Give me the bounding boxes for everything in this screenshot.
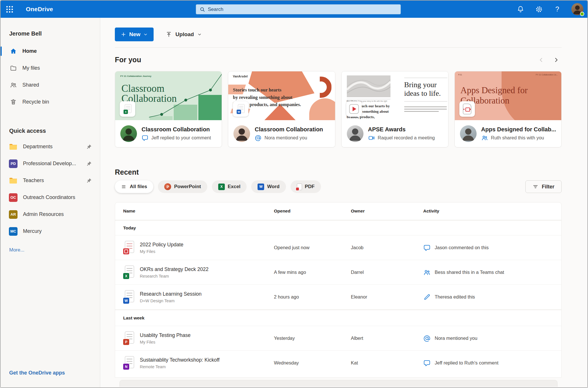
avatar [233,125,250,142]
sidebar-item-my-files[interactable]: My files [1,60,100,77]
search-icon [200,7,205,12]
group-badge: AR [9,210,18,219]
for-you-card-apse-awards[interactable]: Find Photos Bring your story to life wit… [341,71,448,147]
group-badge: OC [9,193,18,202]
quick-access-item-mercury[interactable]: MC Mercury [1,223,100,240]
bell-icon [517,5,524,13]
for-you-card-apps-designed-for-collaboration[interactable]: P.01 FY 21 Collaboration Jo... Apps Desi… [454,71,562,147]
folder-icon [9,143,18,151]
file-location: Research Team [140,274,208,278]
column-header-activity[interactable]: Activity [423,208,561,214]
next-section-partial [119,380,558,387]
gear-icon [535,5,543,13]
folder-icon [9,177,18,184]
presence-indicator [580,12,584,16]
get-onedrive-apps-link[interactable]: Get the OneDrive apps [9,370,65,376]
activity-text: Theresa edited this [435,294,475,300]
plus-icon [121,32,126,37]
quick-access-label: Mercury [23,228,92,234]
column-header-name[interactable]: Name [123,208,274,214]
card-activity: Raquel recorded a meeting [378,135,435,141]
pdf-file-icon [123,241,134,254]
upload-icon [166,31,172,38]
help-button[interactable]: ? [553,5,562,13]
diagram-file-icon [459,101,475,117]
avatar [347,125,363,142]
activity-text: Bess shared this in a Teams chat [435,270,504,275]
quick-access-label: Teachers [23,178,81,184]
notifications-button[interactable] [516,5,525,13]
pin-icon [86,178,92,184]
sidebar-item-label: My files [22,65,40,71]
trash-icon [9,98,17,106]
card-activity: Jeff replied to your comment [151,135,211,141]
file-name: OKRs and Strategy Deck 2022 [140,266,208,272]
column-header-opened[interactable]: Opened [274,208,351,214]
quick-access-item-outreach-coordinators[interactable]: OC Outreach Coordinators [1,189,100,206]
quick-access-list: Departments PD Professional Develop... T… [1,138,100,240]
table-row-sustainability-techworkshop[interactable]: Sustainablity Techworkshop: Kickoff Remo… [115,350,561,375]
owner-cell: Kat [351,360,423,366]
card-title: Apps Designed for Collab... [481,126,556,133]
people-icon [9,81,17,89]
group-badge: MC [9,227,18,236]
filter-pill-powerpoint[interactable]: P PowerPoint [158,180,207,193]
quick-access-item-teachers[interactable]: Teachers [1,172,100,189]
carousel-prev-button[interactable] [537,56,545,64]
sidebar-item-label: Recycle bin [22,99,49,105]
table-group-last-week: Last week Usablity Testing Phase My File… [115,309,561,375]
for-you-card-classroom-collaboration[interactable]: FY 21 Collaboration Journey Classroom Co… [115,71,222,147]
pin-icon [86,161,92,167]
activity-text: Jeff replied to Ruth's comment [435,360,498,366]
filter-pill-excel[interactable]: X Excel [212,180,247,193]
filter-pill-word[interactable]: W Word [251,180,286,193]
powerpoint-file-icon [123,332,134,345]
table-row-2022-policy-update[interactable]: 2022 Policy Update My Files Opened just … [115,235,561,260]
table-row-research-learning-session[interactable]: Research Learning Session D+W Design Tea… [115,284,561,309]
media-file-icon [346,101,362,117]
carousel-next-button[interactable] [552,56,560,64]
file-name: Usablity Testing Phase [140,332,191,338]
more-link[interactable]: More... [9,247,24,253]
file-name: Sustainablity Techworkshop: Kickoff [140,357,220,363]
word-file-icon [233,101,248,117]
filter-pill-all-files[interactable]: All files [115,180,153,193]
quick-access-item-professional-development[interactable]: PD Professional Develop... [1,155,100,172]
card-activity: Nora mentioned you [264,135,307,141]
card-title: APSE Awards [368,126,435,133]
filter-button[interactable]: Filter [525,180,562,193]
help-icon: ? [555,5,559,13]
quick-access-item-departments[interactable]: Departments [1,138,100,155]
table-row-okrs-and-strategy-deck[interactable]: OKRs and Strategy Deck 2022 Research Tea… [115,260,561,284]
upload-button[interactable]: Upload [162,28,205,41]
filter-pill-pdf[interactable]: PDF [291,180,321,193]
for-you-card-classroom-collaboration-2[interactable]: VanArsdel Stories touch our hearts by re… [228,71,335,147]
quick-access-item-admin-resources[interactable]: AR Admin Resources [1,206,100,223]
app-launcher-button[interactable] [1,1,18,18]
top-bar: OneDrive ? [1,1,587,18]
column-header-owner[interactable]: Owner [351,208,423,214]
preview-photo [347,75,390,97]
home-icon [9,48,17,55]
account-avatar[interactable] [571,3,583,15]
new-button[interactable]: New [115,28,154,41]
search-box[interactable] [196,4,401,14]
activity-text: Nora mentioned you [435,336,477,341]
quick-access-label: Admin Resources [23,211,92,217]
for-you-title: For you [115,56,141,64]
table-row-usability-testing-phase[interactable]: Usablity Testing Phase My Files Yesterda… [115,326,561,350]
sidebar-item-shared[interactable]: Shared [1,77,100,93]
sidebar-item-home[interactable]: Home [1,43,100,60]
user-name: Jerome Bell [1,18,100,37]
group-label: Today [115,221,561,235]
comment-icon [142,134,148,141]
opened-cell: Yesterday [274,336,351,341]
file-location: Remote Team [140,364,220,369]
opened-cell: 2 hours ago [274,294,351,300]
search-input[interactable] [208,7,397,12]
settings-button[interactable] [535,5,543,13]
sidebar-item-recycle-bin[interactable]: Recycle bin [1,93,100,110]
onedrive-app-window: OneDrive ? [0,0,588,388]
pin-icon [86,144,92,150]
chevron-left-icon [538,57,544,63]
